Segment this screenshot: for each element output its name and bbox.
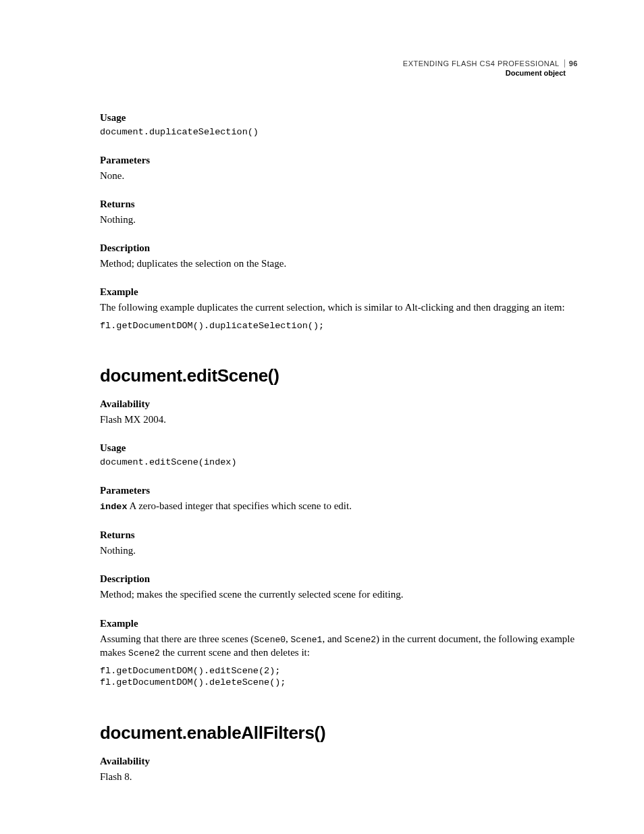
method-title-enableallfilters: document.enableAllFilters() xyxy=(100,723,578,744)
page-number: 96 xyxy=(564,59,578,68)
scene1-code: Scene1 xyxy=(291,635,323,645)
example-text-2: Assuming that there are three scenes (Sc… xyxy=(100,632,578,660)
example-label: Example xyxy=(100,286,578,298)
param-name-index: index xyxy=(100,502,128,512)
parameters-label-2: Parameters xyxy=(100,485,578,496)
header-title-line: EXTENDING FLASH CS4 PROFESSIONAL 96 xyxy=(100,59,578,68)
returns-label: Returns xyxy=(100,199,578,210)
example-text-post: the current scene and then deletes it: xyxy=(160,647,310,658)
description-text: Method; duplicates the selection on the … xyxy=(100,257,578,270)
parameter-line: index A zero-based integer that specifie… xyxy=(100,499,578,513)
description-label-2: Description xyxy=(100,573,578,585)
method-title-editscene: document.editScene() xyxy=(100,365,578,386)
returns-text-2: Nothing. xyxy=(100,544,578,557)
sep2: , and xyxy=(322,633,344,644)
usage-label: Usage xyxy=(100,112,578,124)
usage-code-2: document.editScene(index) xyxy=(100,457,578,469)
scene2-code: Scene2 xyxy=(344,635,376,645)
usage-code: document.duplicateSelection() xyxy=(100,126,578,138)
availability-text: Flash MX 2004. xyxy=(100,413,578,426)
returns-label-2: Returns xyxy=(100,529,578,541)
description-text-2: Method; makes the specified scene the cu… xyxy=(100,588,578,601)
parameters-text: None. xyxy=(100,169,578,182)
usage-label-2: Usage xyxy=(100,442,578,454)
header-title: EXTENDING FLASH CS4 PROFESSIONAL xyxy=(403,59,559,68)
returns-text: Nothing. xyxy=(100,213,578,226)
availability-label-3: Availability xyxy=(100,756,578,767)
parameters-label: Parameters xyxy=(100,155,578,166)
example-text: The following example duplicates the cur… xyxy=(100,301,578,314)
availability-text-3: Flash 8. xyxy=(100,770,578,783)
description-label: Description xyxy=(100,242,578,254)
example-label-2: Example xyxy=(100,618,578,629)
example-code: fl.getDocumentDOM().duplicateSelection()… xyxy=(100,320,578,332)
example-text-pre: Assuming that there are three scenes ( xyxy=(100,633,254,644)
scene2b-code: Scene2 xyxy=(128,648,160,658)
header-subtitle: Document object xyxy=(100,69,578,77)
scene0-code: Scene0 xyxy=(254,635,286,645)
param-desc-index: A zero-based integer that specifies whic… xyxy=(128,500,352,511)
example-code-2: fl.getDocumentDOM().editScene(2); fl.get… xyxy=(100,665,578,689)
sep1: , xyxy=(286,633,291,644)
availability-label: Availability xyxy=(100,398,578,410)
page-header: EXTENDING FLASH CS4 PROFESSIONAL 96 Docu… xyxy=(100,59,578,77)
page-content: EXTENDING FLASH CS4 PROFESSIONAL 96 Docu… xyxy=(0,0,644,783)
